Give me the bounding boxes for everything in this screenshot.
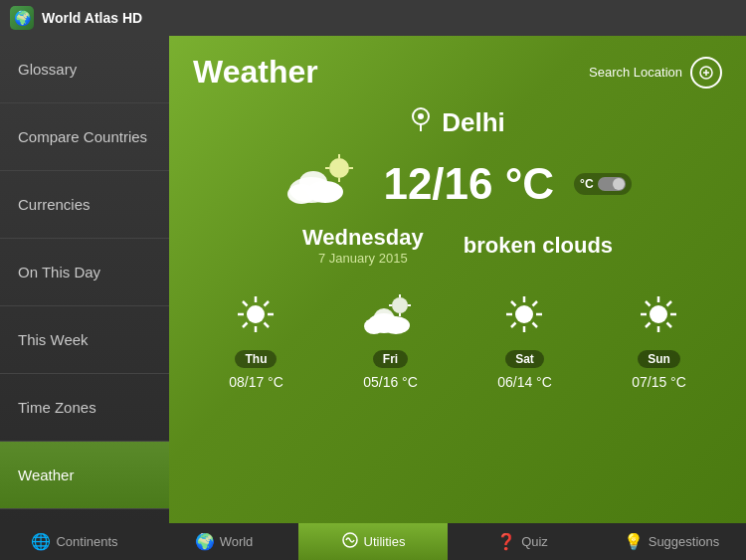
- continents-icon: 🌐: [31, 532, 51, 551]
- tab-utilities-label: Utilities: [364, 534, 406, 549]
- sidebar: Glossary Compare Countries Currencies On…: [0, 36, 169, 523]
- svg-line-38: [511, 301, 516, 306]
- cloud-svg: [283, 152, 363, 207]
- forecast-day-sun: Sun: [638, 350, 680, 368]
- tab-suggestions[interactable]: 💡 Suggestions: [597, 523, 746, 560]
- tab-continents-label: Continents: [56, 534, 117, 549]
- suggestions-icon: 💡: [624, 532, 644, 551]
- svg-point-4: [418, 113, 424, 119]
- svg-point-14: [299, 171, 327, 193]
- top-bar: 🌍 World Atlas HD: [0, 0, 746, 36]
- svg-line-23: [243, 323, 248, 328]
- location-plus-icon: [698, 65, 714, 81]
- sidebar-item-currencies[interactable]: Currencies: [0, 171, 169, 239]
- search-location-button[interactable]: [690, 57, 722, 89]
- svg-line-41: [511, 323, 516, 328]
- svg-line-50: [646, 323, 651, 328]
- forecast-item-thu: Thu 08/17 °C: [229, 293, 283, 390]
- sidebar-item-this-week[interactable]: This Week: [0, 306, 169, 374]
- unit-toggle[interactable]: °C: [574, 173, 631, 195]
- sidebar-item-glossary[interactable]: Glossary: [0, 36, 169, 103]
- sidebar-item-weather-label: Weather: [18, 467, 74, 483]
- svg-point-24: [392, 297, 408, 313]
- temperature-value: 12/16 °C: [383, 159, 554, 209]
- forecast-temp-thu: 08/17 °C: [229, 374, 283, 390]
- forecast-item-sun: Sun 07/15 °C: [632, 293, 686, 390]
- forecast-temp-sun: 07/15 °C: [632, 374, 686, 390]
- weather-cloud-icon: [283, 152, 363, 215]
- svg-point-32: [374, 308, 394, 326]
- tab-bar: 🌐 Continents 🌍 World Utilities ❓ Quiz 💡 …: [0, 523, 746, 560]
- svg-line-49: [667, 301, 672, 306]
- day-info: Wednesday 7 January 2015 broken clouds: [169, 225, 746, 266]
- day-name: Wednesday: [302, 225, 424, 251]
- toggle-knob: [613, 178, 625, 190]
- forecast-day-thu: Thu: [235, 350, 277, 368]
- day-column: Wednesday 7 January 2015: [302, 225, 424, 266]
- forecast-day-sat: Sat: [505, 350, 544, 368]
- pin-icon-svg: [410, 106, 432, 132]
- forecast-day-fri: Fri: [373, 350, 408, 368]
- svg-line-40: [533, 301, 538, 306]
- svg-line-48: [667, 323, 672, 328]
- weather-condition: broken clouds: [464, 225, 613, 266]
- forecast-temp-sat: 06/14 °C: [497, 374, 552, 390]
- sidebar-item-glossary-label: Glossary: [18, 61, 77, 78]
- tab-quiz[interactable]: ❓ Quiz: [448, 523, 597, 560]
- forecast-cloud-icon-fri: [364, 293, 416, 344]
- city-row: Delhi: [169, 106, 746, 138]
- svg-point-33: [515, 305, 533, 323]
- day-date: 7 January 2015: [302, 251, 424, 266]
- sidebar-item-on-this-day-label: On This Day: [18, 264, 100, 280]
- forecast-sun-icon-thu: [235, 293, 277, 344]
- utilities-icon: [341, 531, 359, 553]
- sun-svg-sun: [638, 293, 679, 335]
- tab-world-label: World: [220, 534, 254, 549]
- tab-world[interactable]: 🌍 World: [149, 523, 298, 560]
- forecast-item-sat: Sat 06/14 °C: [497, 293, 552, 390]
- sidebar-item-on-this-day[interactable]: On This Day: [0, 239, 169, 306]
- tab-quiz-label: Quiz: [521, 534, 548, 549]
- unit-switch[interactable]: [598, 177, 626, 191]
- tab-utilities[interactable]: Utilities: [298, 523, 448, 560]
- search-location-label: Search Location: [589, 65, 682, 80]
- sidebar-item-compare-countries-label: Compare Countries: [18, 128, 147, 145]
- sidebar-item-currencies-label: Currencies: [18, 196, 91, 213]
- svg-line-39: [533, 323, 538, 328]
- tab-continents[interactable]: 🌐 Continents: [0, 523, 149, 560]
- sidebar-item-compare-countries[interactable]: Compare Countries: [0, 103, 169, 171]
- sidebar-item-weather[interactable]: Weather: [0, 442, 169, 509]
- content-area: Weather Search Location: [169, 36, 746, 523]
- unit-label: °C: [580, 177, 593, 191]
- city-name: Delhi: [442, 107, 505, 138]
- tab-suggestions-label: Suggestions: [649, 534, 720, 549]
- app-icon-glyph: 🌍: [14, 10, 31, 26]
- forecast-item-fri: Fri 05/16 °C: [363, 293, 418, 390]
- world-icon: 🌍: [195, 532, 215, 551]
- main-layout: Glossary Compare Countries Currencies On…: [0, 36, 746, 523]
- sun-svg-sat: [503, 293, 545, 335]
- svg-point-42: [650, 305, 667, 323]
- temperature-row: 12/16 °C °C: [169, 152, 746, 215]
- svg-point-15: [247, 305, 265, 323]
- app-icon: 🌍: [10, 6, 34, 30]
- svg-point-6: [329, 158, 349, 178]
- app-title: World Atlas HD: [42, 10, 142, 26]
- weather-page-title: Weather: [193, 54, 318, 91]
- forecast-sun-icon-sun: [638, 293, 679, 344]
- weather-header: Weather Search Location: [169, 36, 746, 100]
- cloud-sun-svg-fri: [364, 293, 416, 335]
- forecast-row: Thu 08/17 °C: [169, 283, 746, 390]
- quiz-icon: ❓: [496, 532, 516, 551]
- location-pin-icon: [410, 106, 432, 138]
- svg-line-47: [646, 301, 651, 306]
- forecast-temp-fri: 05/16 °C: [363, 374, 418, 390]
- forecast-sun-icon-sat: [503, 293, 545, 344]
- svg-line-20: [243, 301, 248, 306]
- sidebar-item-this-week-label: This Week: [18, 331, 89, 348]
- svg-line-22: [265, 301, 270, 306]
- utilities-svg-icon: [341, 531, 359, 549]
- search-location[interactable]: Search Location: [589, 57, 722, 89]
- svg-line-21: [265, 323, 270, 328]
- sidebar-item-time-zones[interactable]: Time Zones: [0, 374, 169, 442]
